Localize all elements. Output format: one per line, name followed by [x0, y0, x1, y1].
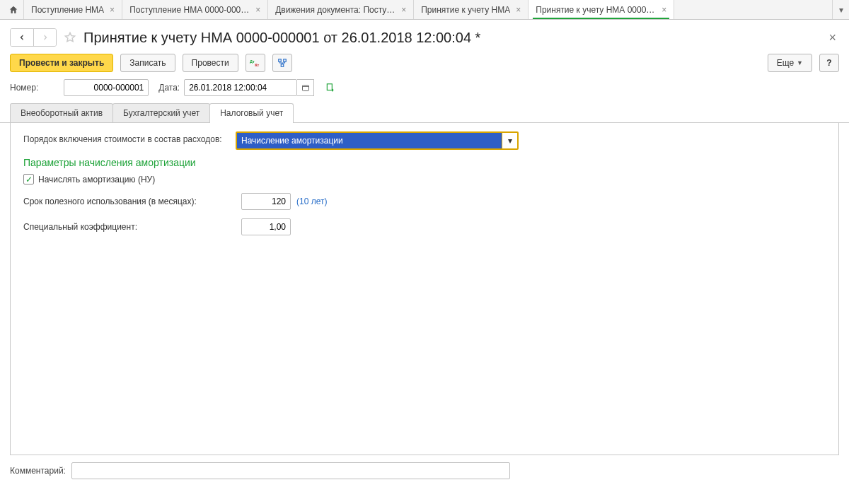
tab-label: Движения документа: Поступление ... [275, 5, 395, 15]
special-coefficient-label: Специальный коэффициент: [23, 222, 236, 232]
comment-label: Комментарий: [10, 466, 66, 476]
register-entries-button[interactable]: Дт Кт [246, 54, 265, 72]
tab-label: Принятие к учету НМА [421, 5, 510, 15]
tab-tax[interactable]: Налоговый учет [209, 103, 294, 122]
page-title: Принятие к учету НМА 0000-000001 от 26.0… [83, 30, 826, 46]
nav-back-button[interactable] [11, 29, 33, 46]
cost-order-label: Порядок включения стоимости в состав рас… [23, 131, 236, 144]
nav-back-forward [10, 28, 57, 47]
tab-accounting[interactable]: Бухгалтерский учет [112, 103, 210, 122]
more-label: Еще [777, 58, 794, 68]
help-button[interactable]: ? [819, 54, 839, 72]
amortize-checkbox[interactable]: ✓ [23, 174, 34, 184]
chevron-down-icon[interactable]: ▾ [502, 133, 517, 148]
tab-item[interactable]: Поступление НМА × [24, 0, 122, 19]
svg-text:Кт: Кт [255, 63, 259, 67]
useful-life-input[interactable] [241, 193, 291, 210]
related-docs-button[interactable] [272, 54, 292, 72]
tab-item[interactable]: Принятие к учету НМА × [414, 0, 529, 19]
special-coefficient-input[interactable] [241, 218, 291, 235]
close-icon[interactable]: × [401, 6, 406, 14]
tax-form-area: Порядок включения стоимости в состав рас… [10, 123, 839, 455]
nav-forward-button[interactable] [33, 29, 56, 46]
document-arrow-icon [325, 83, 335, 93]
refresh-date-button[interactable] [325, 83, 335, 93]
useful-life-hint: (10 лет) [296, 197, 327, 206]
svg-rect-4 [281, 64, 284, 67]
tab-item[interactable]: Поступление НМА 0000-000001 от 2... × [122, 0, 268, 19]
post-button[interactable]: Провести [183, 54, 238, 72]
cost-order-select[interactable]: Начисление амортизации ▾ [236, 131, 519, 150]
document-header: Принятие к учету НМА 0000-000001 от 26.0… [0, 20, 849, 54]
post-and-close-button[interactable]: Провести и закрыть [10, 54, 113, 72]
svg-rect-5 [302, 86, 308, 91]
useful-life-label: Срок полезного использования (в месяцах)… [23, 197, 236, 206]
cost-order-value: Начисление амортизации [241, 136, 343, 146]
svg-text:Дт: Дт [250, 59, 255, 64]
inner-tabs: Внеоборотный актив Бухгалтерский учет На… [0, 103, 849, 123]
chevron-down-icon: ▼ [797, 59, 803, 66]
header-fields: Номер: Дата: [0, 79, 849, 103]
dt-kt-icon: Дт Кт [250, 58, 261, 68]
amortize-checkbox-label: Начислять амортизацию (НУ) [38, 175, 155, 184]
tab-label: Принятие к учету НМА 0000-000001... [536, 5, 656, 15]
close-document-button[interactable]: × [826, 30, 839, 45]
more-button[interactable]: Еще ▼ [768, 54, 812, 72]
date-label: Дата: [158, 83, 180, 93]
number-label: Номер: [10, 83, 38, 93]
favorite-button[interactable] [64, 31, 76, 44]
calendar-button[interactable] [297, 79, 314, 96]
comment-input[interactable] [71, 462, 510, 479]
close-icon[interactable]: × [110, 6, 115, 14]
close-icon[interactable]: × [516, 6, 521, 14]
arrow-right-icon [41, 33, 50, 42]
toolbar: Провести и закрыть Записать Провести Дт … [0, 54, 849, 79]
home-icon [8, 5, 18, 15]
star-icon [64, 31, 76, 44]
tab-label: Поступление НМА [31, 5, 104, 15]
tree-icon [277, 58, 287, 68]
arrow-left-icon [18, 33, 26, 42]
svg-rect-6 [328, 84, 333, 90]
close-icon[interactable]: × [255, 6, 260, 14]
tabs-overflow-button[interactable]: ▾ [832, 0, 849, 19]
tab-label: Поступление НМА 0000-000001 от 2... [129, 5, 250, 15]
tab-item-active[interactable]: Принятие к учету НМА 0000-000001... × [529, 0, 674, 19]
calendar-icon [301, 83, 310, 92]
tab-asset[interactable]: Внеоборотный актив [10, 103, 113, 122]
save-button[interactable]: Записать [120, 54, 175, 72]
tab-item[interactable]: Движения документа: Поступление ... × [268, 0, 414, 19]
close-icon[interactable]: × [662, 6, 666, 14]
svg-rect-3 [283, 59, 286, 62]
app-tabs-bar: Поступление НМА × Поступление НМА 0000-0… [0, 0, 849, 20]
number-input[interactable] [64, 79, 149, 96]
home-button[interactable] [3, 0, 24, 19]
footer: Комментарий: [0, 455, 849, 486]
date-input[interactable] [184, 79, 297, 96]
svg-rect-2 [278, 59, 281, 62]
amortization-section-title: Параметры начисления амортизации [23, 157, 826, 168]
